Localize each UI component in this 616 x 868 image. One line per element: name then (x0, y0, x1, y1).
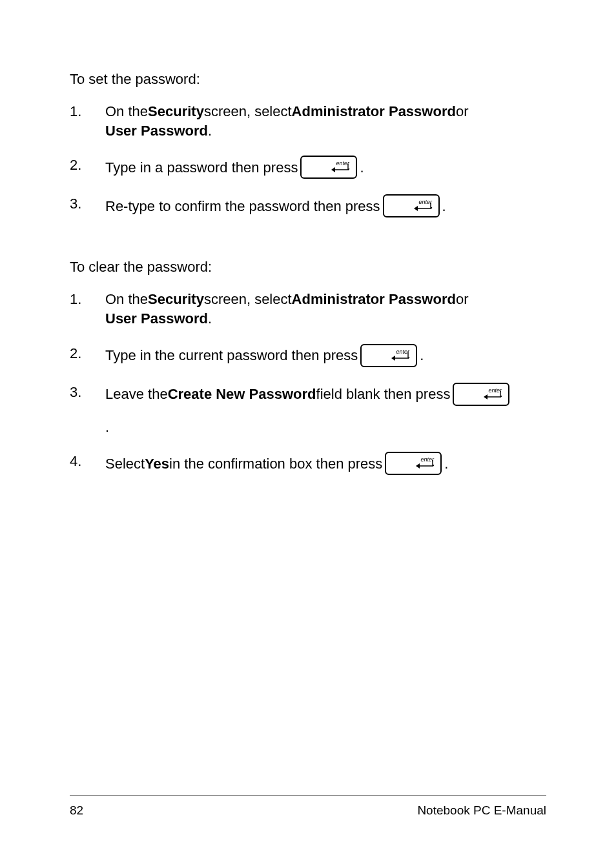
page-number: 82 (70, 803, 83, 818)
step-text: or (456, 102, 469, 121)
step-bold-text: Yes (145, 454, 169, 474)
step-item: 2.Type in the current password then pres… (70, 344, 548, 367)
step-number: 2. (70, 156, 105, 175)
step-number: 1. (70, 102, 105, 121)
enter-key-icon: enter (383, 194, 440, 217)
step-body: On the Security screen, select Administr… (105, 102, 548, 140)
page-footer: 82 Notebook PC E-Manual (70, 795, 546, 818)
step-text: in the confirmation box then press (169, 454, 382, 474)
step-text: . (442, 197, 446, 216)
step-bold-text: Administrator Password (292, 290, 456, 309)
step-bold-text: Create New Password (168, 385, 316, 404)
enter-key-icon: enter (360, 344, 417, 367)
step-text: On the (105, 290, 148, 309)
step-text: . (208, 309, 212, 328)
step-bold-text: Administrator Password (292, 102, 456, 121)
clear-password-heading: To clear the password: (70, 259, 548, 276)
enter-key-icon: enter (385, 452, 442, 475)
step-bold-text: Security (148, 102, 204, 121)
step-bold-text: User Password (105, 309, 208, 328)
step-body: Type in a password then press enter. (105, 156, 548, 179)
step-number: 1. (70, 290, 105, 309)
step-text: On the (105, 102, 148, 121)
step-item: 4.Select Yes in the confirmation box the… (70, 452, 548, 475)
step-text: or (456, 290, 469, 309)
step-item: 3.Leave the Create New Password field bl… (70, 383, 548, 437)
step-body: Select Yes in the confirmation box then … (105, 452, 548, 475)
step-text: . (360, 158, 364, 177)
clear-password-steps: 1.On the Security screen, select Adminis… (70, 290, 548, 475)
step-text: . (444, 454, 448, 474)
step-body: On the Security screen, select Administr… (105, 290, 548, 328)
step-dangling-period: . (105, 418, 548, 437)
set-password-heading: To set the password: (70, 71, 548, 88)
step-item: 1.On the Security screen, select Adminis… (70, 290, 548, 328)
step-body: Leave the Create New Password field blan… (105, 383, 548, 437)
step-text: . (208, 121, 212, 141)
set-password-steps: 1.On the Security screen, select Adminis… (70, 102, 548, 217)
enter-key-icon: enter (453, 383, 509, 406)
enter-key-icon: enter (300, 156, 357, 179)
step-item: 1.On the Security screen, select Adminis… (70, 102, 548, 140)
step-text: screen, select (204, 102, 292, 121)
step-text: screen, select (204, 290, 292, 309)
step-number: 2. (70, 344, 105, 363)
step-number: 3. (70, 194, 105, 214)
step-text: Re-type to confirm the password then pre… (105, 197, 380, 216)
step-text: Type in a password then press (105, 158, 298, 177)
step-text: . (420, 346, 424, 365)
step-text: Select (105, 454, 145, 474)
step-body: Type in the current password then press … (105, 344, 548, 367)
step-item: 3.Re-type to confirm the password then p… (70, 194, 548, 217)
step-number: 3. (70, 383, 105, 402)
step-bold-text: Security (148, 290, 204, 309)
footer-title: Notebook PC E-Manual (417, 803, 546, 818)
step-text: Type in the current password then press (105, 346, 358, 365)
step-text: Leave the (105, 385, 168, 404)
page-content: To set the password: 1.On the Security s… (70, 71, 548, 490)
step-body: Re-type to confirm the password then pre… (105, 194, 548, 217)
step-item: 2.Type in a password then press enter. (70, 156, 548, 179)
step-text: field blank then press (316, 385, 451, 404)
step-bold-text: User Password (105, 121, 208, 141)
step-number: 4. (70, 452, 105, 471)
